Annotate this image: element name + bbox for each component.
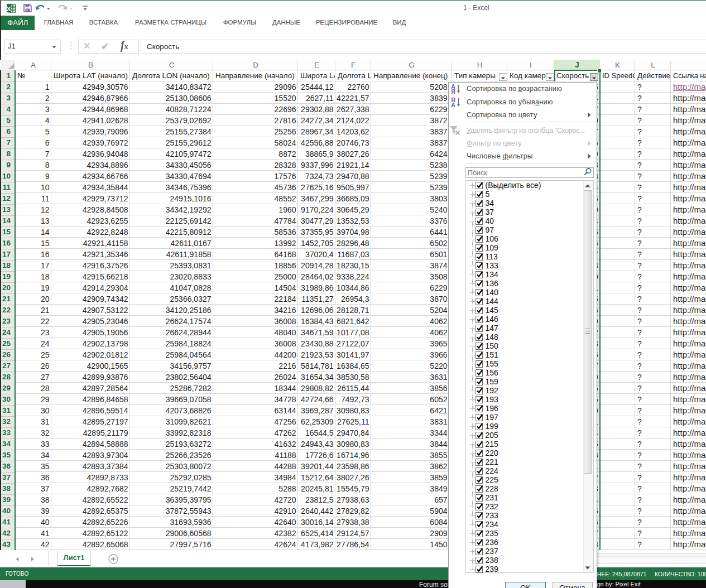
- svg-text:X: X: [7, 6, 11, 12]
